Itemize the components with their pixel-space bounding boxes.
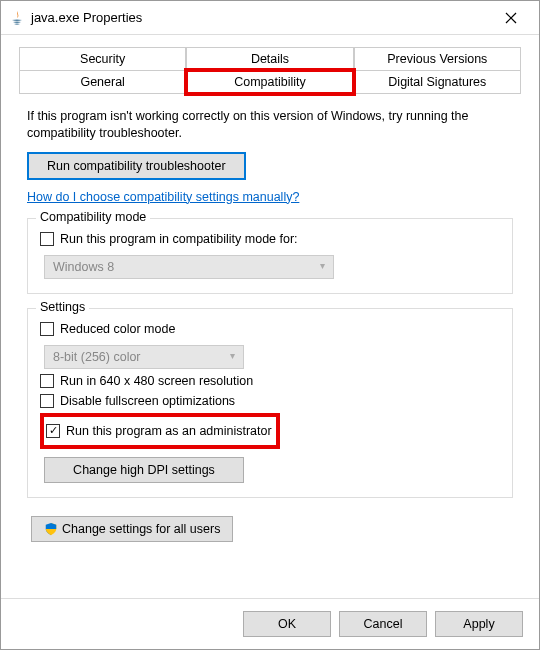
tab-previous-versions[interactable]: Previous Versions [354,47,521,70]
cancel-button[interactable]: Cancel [339,611,427,637]
reduced-color-checkbox[interactable] [40,322,54,336]
disable-fullscreen-row: Disable fullscreen optimizations [40,391,500,411]
tabs-row-1: Security Details Previous Versions [19,47,521,70]
run-troubleshooter-button[interactable]: Run compatibility troubleshooter [27,152,246,180]
change-all-users-button[interactable]: Change settings for all users [31,516,233,542]
titlebar: java.exe Properties [1,1,539,35]
tab-content: If this program isn't working correctly … [1,94,539,598]
dialog-footer: OK Cancel Apply [1,598,539,649]
intro-text: If this program isn't working correctly … [27,108,513,142]
change-dpi-button[interactable]: Change high DPI settings [44,457,244,483]
tab-compatibility[interactable]: Compatibility [186,70,353,94]
run-as-admin-row: Run this program as an administrator [46,421,272,441]
run-640-checkbox[interactable] [40,374,54,388]
change-all-users-label: Change settings for all users [62,522,220,536]
run-as-admin-highlight: Run this program as an administrator [40,413,280,449]
apply-button[interactable]: Apply [435,611,523,637]
run-as-admin-label: Run this program as an administrator [66,424,272,438]
reduced-color-row: Reduced color mode [40,319,500,339]
tabs-area: Security Details Previous Versions Gener… [1,35,539,94]
compat-mode-select: Windows 8 [44,255,334,279]
java-icon [9,10,25,26]
run-640-row: Run in 640 x 480 screen resolution [40,371,500,391]
tab-details[interactable]: Details [186,47,353,70]
compatibility-mode-group: Compatibility mode Run this program in c… [27,218,513,294]
close-icon [505,12,517,24]
shield-icon [44,522,58,536]
color-mode-select: 8-bit (256) color [44,345,244,369]
properties-window: java.exe Properties Security Details Pre… [0,0,540,650]
run-640-label: Run in 640 x 480 screen resolution [60,374,253,388]
tab-security[interactable]: Security [19,47,186,70]
window-title: java.exe Properties [31,10,491,25]
ok-button[interactable]: OK [243,611,331,637]
disable-fullscreen-label: Disable fullscreen optimizations [60,394,235,408]
disable-fullscreen-checkbox[interactable] [40,394,54,408]
tab-general[interactable]: General [19,70,186,94]
close-button[interactable] [491,4,531,32]
reduced-color-label: Reduced color mode [60,322,175,336]
compat-mode-checkbox[interactable] [40,232,54,246]
compat-mode-checkbox-row: Run this program in compatibility mode f… [40,229,500,249]
compat-mode-label: Run this program in compatibility mode f… [60,232,298,246]
manual-settings-link[interactable]: How do I choose compatibility settings m… [27,190,299,204]
tabs-row-2: General Compatibility Digital Signatures [19,70,521,94]
compatibility-mode-title: Compatibility mode [36,210,150,224]
settings-title: Settings [36,300,89,314]
settings-group: Settings Reduced color mode 8-bit (256) … [27,308,513,498]
tab-digital-signatures[interactable]: Digital Signatures [354,70,521,94]
run-as-admin-checkbox[interactable] [46,424,60,438]
